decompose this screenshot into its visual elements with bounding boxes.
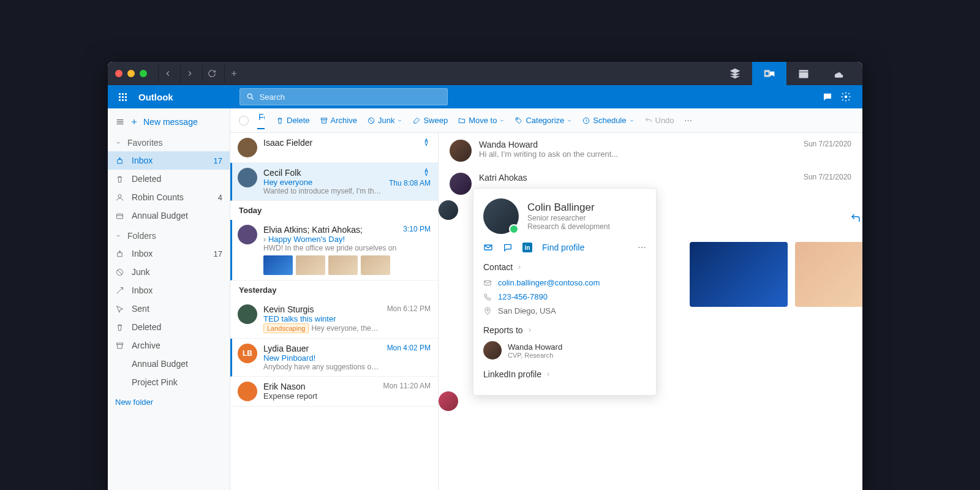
svg-rect-27 bbox=[484, 281, 491, 285]
folders-header[interactable]: Folders bbox=[108, 225, 230, 244]
profile-title: Senior researcher bbox=[527, 214, 610, 222]
attachment-2[interactable] bbox=[795, 242, 862, 307]
thread-item-0[interactable]: Wanda HowardHi all, I'm writing to ask o… bbox=[450, 140, 851, 162]
profile-card: Colin Ballinger Senior researcher Resear… bbox=[473, 188, 657, 396]
svg-point-13 bbox=[247, 94, 252, 98]
sidebar-folder-2[interactable]: Inbox bbox=[108, 281, 230, 300]
svg-point-21 bbox=[118, 194, 121, 197]
sidebar-folder-0[interactable]: Inbox17 bbox=[108, 244, 230, 263]
svg-rect-25 bbox=[117, 343, 123, 345]
app-launcher[interactable] bbox=[108, 85, 137, 108]
svg-rect-11 bbox=[799, 70, 809, 78]
svg-rect-29 bbox=[321, 118, 326, 119]
toolbar-schedule[interactable]: Schedule bbox=[578, 113, 638, 127]
toolbar-junk[interactable]: Junk bbox=[363, 113, 406, 127]
minimize-button[interactable] bbox=[127, 70, 135, 77]
linkedin-icon[interactable]: in bbox=[522, 243, 532, 252]
toolbar-sweep[interactable]: Sweep bbox=[409, 113, 451, 127]
svg-line-14 bbox=[251, 98, 253, 100]
profile-more[interactable]: ⋯ bbox=[638, 243, 646, 252]
attachment-1[interactable] bbox=[690, 242, 788, 307]
message-toolbar: Delete Archive Junk Sweep Move to Catego… bbox=[265, 108, 862, 133]
sidebar: New message Favorites Inbox17DeletedRobi… bbox=[108, 108, 230, 490]
tab-outlook[interactable] bbox=[752, 62, 786, 85]
close-button[interactable] bbox=[115, 70, 123, 77]
message-item[interactable]: Isaac Fielder bbox=[230, 133, 438, 163]
settings-icon[interactable] bbox=[840, 91, 851, 102]
chat-icon[interactable] bbox=[822, 91, 833, 102]
nav-forward[interactable] bbox=[180, 65, 198, 82]
message-item[interactable]: Cecil FolkHey everyoneWanted to introduc… bbox=[230, 163, 438, 201]
profile-avatar bbox=[483, 198, 519, 234]
svg-point-28 bbox=[487, 309, 489, 311]
sidebar-folder-6[interactable]: Annual Budget bbox=[108, 355, 230, 373]
new-message-button[interactable]: New message bbox=[130, 115, 198, 129]
favorites-header[interactable]: Favorites bbox=[108, 132, 230, 151]
app-header: Outlook bbox=[108, 85, 862, 108]
profile-phone[interactable]: 123-456-7890 bbox=[483, 292, 646, 301]
message-item[interactable]: LBLydia BauerNew Pinboard!Anybody have a… bbox=[230, 339, 438, 377]
search-box[interactable] bbox=[239, 88, 448, 105]
toolbar-archive[interactable]: Archive bbox=[316, 113, 361, 127]
sidebar-fav-3[interactable]: Annual Budget bbox=[108, 206, 230, 225]
context-avatar-1[interactable] bbox=[439, 200, 458, 220]
svg-point-32 bbox=[517, 118, 518, 119]
tab-stack[interactable] bbox=[718, 62, 752, 85]
new-folder-button[interactable]: New folder bbox=[108, 391, 230, 413]
reading-pane: Happy Women's Day! Wanda HowardHi all, I… bbox=[439, 108, 862, 490]
toolbar-more[interactable]: ⋯ bbox=[680, 113, 696, 127]
sidebar-folder-4[interactable]: Deleted bbox=[108, 318, 230, 336]
svg-line-24 bbox=[118, 270, 123, 274]
svg-line-31 bbox=[369, 118, 373, 123]
sidebar-folder-1[interactable]: Junk bbox=[108, 263, 230, 281]
titlebar bbox=[108, 62, 862, 85]
reports-to-header[interactable]: Reports to bbox=[483, 325, 646, 335]
sidebar-fav-0[interactable]: Inbox17 bbox=[108, 151, 230, 170]
hamburger-icon[interactable] bbox=[115, 117, 125, 127]
nav-back[interactable] bbox=[158, 65, 176, 82]
presence-badge bbox=[509, 224, 519, 234]
message-item[interactable]: Elvia Atkins; Katri Ahokas;› Happy Women… bbox=[230, 220, 438, 281]
traffic-lights bbox=[115, 70, 147, 77]
toolbar-delete[interactable]: Delete bbox=[272, 113, 314, 127]
message-item[interactable]: Kevin SturgisTED talks this winterLandsc… bbox=[230, 300, 438, 339]
sidebar-folder-5[interactable]: Archive bbox=[108, 336, 230, 355]
attachment-row bbox=[690, 242, 862, 307]
toolbar-move-to[interactable]: Move to bbox=[454, 113, 508, 127]
contact-section-header[interactable]: Contact bbox=[483, 262, 646, 272]
maximize-button[interactable] bbox=[140, 70, 147, 77]
toolbar-categorize[interactable]: Categorize bbox=[511, 113, 576, 127]
svg-rect-22 bbox=[117, 214, 123, 219]
profile-location: San Diego, USA bbox=[483, 306, 646, 315]
linkedin-section-header[interactable]: LinkedIn profile bbox=[483, 369, 646, 379]
tab-calendar[interactable] bbox=[786, 62, 821, 85]
nav-new-tab[interactable] bbox=[224, 65, 243, 82]
list-group-header: Yesterday bbox=[230, 281, 438, 300]
mail-icon[interactable] bbox=[483, 243, 493, 252]
profile-email[interactable]: colin.ballinger@contoso.com bbox=[483, 278, 646, 287]
reports-to-person[interactable]: Wanda HowardCVP, Research bbox=[483, 341, 646, 360]
svg-point-10 bbox=[766, 72, 769, 75]
reply-icon[interactable] bbox=[850, 213, 861, 224]
nav-reload[interactable] bbox=[202, 65, 221, 82]
toolbar-undo: Undo bbox=[641, 113, 678, 127]
context-avatar-2[interactable] bbox=[439, 391, 458, 411]
svg-point-15 bbox=[845, 96, 848, 99]
message-list-pane: Focused Other Filter Isaac FielderCecil … bbox=[230, 108, 439, 490]
sidebar-folder-3[interactable]: Sent bbox=[108, 300, 230, 318]
chat-icon[interactable] bbox=[503, 243, 513, 252]
message-item[interactable]: Erik NasonExpense reportMon 11:20 AM bbox=[230, 377, 438, 407]
search-icon bbox=[246, 92, 255, 101]
app-title: Outlook bbox=[138, 92, 173, 102]
sidebar-fav-2[interactable]: Robin Counts4 bbox=[108, 188, 230, 206]
profile-dept: Research & development bbox=[527, 222, 610, 231]
tab-onedrive[interactable] bbox=[821, 62, 855, 85]
profile-name: Colin Ballinger bbox=[527, 202, 610, 214]
sidebar-folder-7[interactable]: Project Pink bbox=[108, 373, 230, 391]
find-profile-link[interactable]: Find profile bbox=[542, 243, 584, 252]
list-group-header: Today bbox=[230, 201, 438, 220]
select-all-checkbox[interactable] bbox=[239, 116, 249, 126]
search-input[interactable] bbox=[260, 92, 441, 102]
sidebar-fav-1[interactable]: Deleted bbox=[108, 170, 230, 188]
